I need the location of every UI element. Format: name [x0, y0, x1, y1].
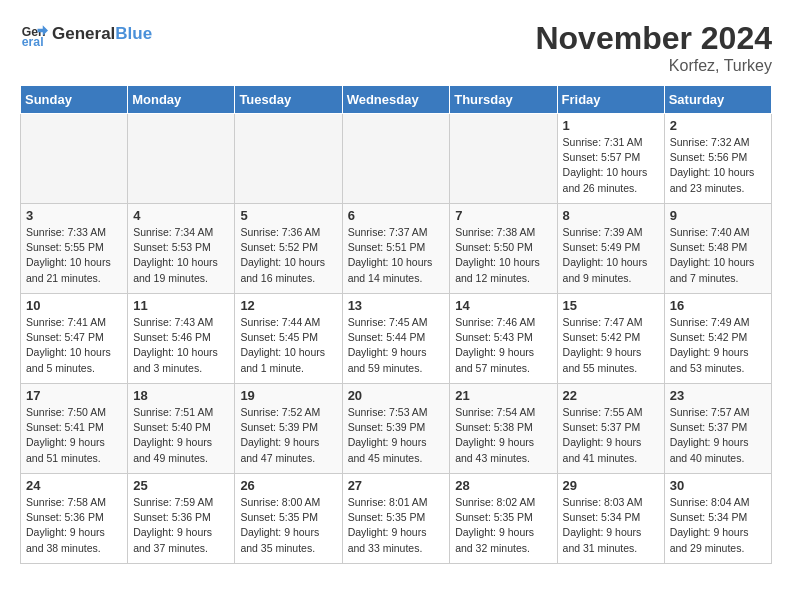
calendar-cell: 9Sunrise: 7:40 AM Sunset: 5:48 PM Daylig…	[664, 204, 771, 294]
location-title: Korfez, Turkey	[535, 57, 772, 75]
calendar-cell: 14Sunrise: 7:46 AM Sunset: 5:43 PM Dayli…	[450, 294, 557, 384]
day-number: 23	[670, 388, 766, 403]
day-info: Sunrise: 7:43 AM Sunset: 5:46 PM Dayligh…	[133, 315, 229, 376]
calendar-week-row: 1Sunrise: 7:31 AM Sunset: 5:57 PM Daylig…	[21, 114, 772, 204]
calendar-cell: 15Sunrise: 7:47 AM Sunset: 5:42 PM Dayli…	[557, 294, 664, 384]
day-info: Sunrise: 8:03 AM Sunset: 5:34 PM Dayligh…	[563, 495, 659, 556]
logo: Gen eral GeneralBlue	[20, 20, 152, 48]
day-info: Sunrise: 7:38 AM Sunset: 5:50 PM Dayligh…	[455, 225, 551, 286]
day-number: 30	[670, 478, 766, 493]
calendar-cell: 13Sunrise: 7:45 AM Sunset: 5:44 PM Dayli…	[342, 294, 450, 384]
day-number: 7	[455, 208, 551, 223]
day-number: 19	[240, 388, 336, 403]
logo-blue: Blue	[115, 24, 152, 44]
day-number: 16	[670, 298, 766, 313]
day-number: 21	[455, 388, 551, 403]
day-info: Sunrise: 7:31 AM Sunset: 5:57 PM Dayligh…	[563, 135, 659, 196]
calendar-cell	[128, 114, 235, 204]
day-number: 10	[26, 298, 122, 313]
day-number: 22	[563, 388, 659, 403]
calendar-week-row: 24Sunrise: 7:58 AM Sunset: 5:36 PM Dayli…	[21, 474, 772, 564]
day-number: 17	[26, 388, 122, 403]
title-area: November 2024 Korfez, Turkey	[535, 20, 772, 75]
calendar-cell: 8Sunrise: 7:39 AM Sunset: 5:49 PM Daylig…	[557, 204, 664, 294]
day-info: Sunrise: 8:04 AM Sunset: 5:34 PM Dayligh…	[670, 495, 766, 556]
calendar-cell: 11Sunrise: 7:43 AM Sunset: 5:46 PM Dayli…	[128, 294, 235, 384]
logo-icon: Gen eral	[20, 20, 48, 48]
day-info: Sunrise: 7:55 AM Sunset: 5:37 PM Dayligh…	[563, 405, 659, 466]
svg-text:eral: eral	[22, 35, 44, 48]
day-info: Sunrise: 7:58 AM Sunset: 5:36 PM Dayligh…	[26, 495, 122, 556]
day-number: 4	[133, 208, 229, 223]
day-info: Sunrise: 7:39 AM Sunset: 5:49 PM Dayligh…	[563, 225, 659, 286]
day-number: 24	[26, 478, 122, 493]
calendar-cell: 19Sunrise: 7:52 AM Sunset: 5:39 PM Dayli…	[235, 384, 342, 474]
calendar-cell: 16Sunrise: 7:49 AM Sunset: 5:42 PM Dayli…	[664, 294, 771, 384]
calendar-cell: 20Sunrise: 7:53 AM Sunset: 5:39 PM Dayli…	[342, 384, 450, 474]
day-info: Sunrise: 7:40 AM Sunset: 5:48 PM Dayligh…	[670, 225, 766, 286]
calendar-cell: 18Sunrise: 7:51 AM Sunset: 5:40 PM Dayli…	[128, 384, 235, 474]
logo-general: General	[52, 24, 115, 44]
calendar-cell: 10Sunrise: 7:41 AM Sunset: 5:47 PM Dayli…	[21, 294, 128, 384]
weekday-header: Saturday	[664, 86, 771, 114]
weekday-header-row: SundayMondayTuesdayWednesdayThursdayFrid…	[21, 86, 772, 114]
calendar-week-row: 10Sunrise: 7:41 AM Sunset: 5:47 PM Dayli…	[21, 294, 772, 384]
day-info: Sunrise: 8:01 AM Sunset: 5:35 PM Dayligh…	[348, 495, 445, 556]
day-info: Sunrise: 7:41 AM Sunset: 5:47 PM Dayligh…	[26, 315, 122, 376]
weekday-header: Thursday	[450, 86, 557, 114]
calendar-cell: 23Sunrise: 7:57 AM Sunset: 5:37 PM Dayli…	[664, 384, 771, 474]
day-number: 26	[240, 478, 336, 493]
calendar-cell: 5Sunrise: 7:36 AM Sunset: 5:52 PM Daylig…	[235, 204, 342, 294]
day-number: 9	[670, 208, 766, 223]
day-number: 12	[240, 298, 336, 313]
day-info: Sunrise: 7:45 AM Sunset: 5:44 PM Dayligh…	[348, 315, 445, 376]
weekday-header: Sunday	[21, 86, 128, 114]
calendar-cell: 4Sunrise: 7:34 AM Sunset: 5:53 PM Daylig…	[128, 204, 235, 294]
day-info: Sunrise: 7:57 AM Sunset: 5:37 PM Dayligh…	[670, 405, 766, 466]
calendar-cell	[342, 114, 450, 204]
day-number: 2	[670, 118, 766, 133]
weekday-header: Monday	[128, 86, 235, 114]
calendar-cell: 25Sunrise: 7:59 AM Sunset: 5:36 PM Dayli…	[128, 474, 235, 564]
day-info: Sunrise: 7:51 AM Sunset: 5:40 PM Dayligh…	[133, 405, 229, 466]
calendar-cell: 6Sunrise: 7:37 AM Sunset: 5:51 PM Daylig…	[342, 204, 450, 294]
day-number: 29	[563, 478, 659, 493]
calendar-week-row: 17Sunrise: 7:50 AM Sunset: 5:41 PM Dayli…	[21, 384, 772, 474]
weekday-header: Friday	[557, 86, 664, 114]
day-number: 20	[348, 388, 445, 403]
day-info: Sunrise: 7:36 AM Sunset: 5:52 PM Dayligh…	[240, 225, 336, 286]
day-info: Sunrise: 7:44 AM Sunset: 5:45 PM Dayligh…	[240, 315, 336, 376]
day-number: 3	[26, 208, 122, 223]
weekday-header: Wednesday	[342, 86, 450, 114]
calendar-cell: 21Sunrise: 7:54 AM Sunset: 5:38 PM Dayli…	[450, 384, 557, 474]
calendar-cell: 28Sunrise: 8:02 AM Sunset: 5:35 PM Dayli…	[450, 474, 557, 564]
calendar-cell: 7Sunrise: 7:38 AM Sunset: 5:50 PM Daylig…	[450, 204, 557, 294]
day-number: 18	[133, 388, 229, 403]
calendar-cell	[235, 114, 342, 204]
day-number: 25	[133, 478, 229, 493]
day-number: 1	[563, 118, 659, 133]
day-info: Sunrise: 7:32 AM Sunset: 5:56 PM Dayligh…	[670, 135, 766, 196]
day-info: Sunrise: 7:34 AM Sunset: 5:53 PM Dayligh…	[133, 225, 229, 286]
day-number: 13	[348, 298, 445, 313]
weekday-header: Tuesday	[235, 86, 342, 114]
day-number: 27	[348, 478, 445, 493]
day-info: Sunrise: 7:47 AM Sunset: 5:42 PM Dayligh…	[563, 315, 659, 376]
calendar-cell	[21, 114, 128, 204]
day-number: 28	[455, 478, 551, 493]
day-number: 15	[563, 298, 659, 313]
day-number: 8	[563, 208, 659, 223]
day-info: Sunrise: 7:53 AM Sunset: 5:39 PM Dayligh…	[348, 405, 445, 466]
calendar-cell: 30Sunrise: 8:04 AM Sunset: 5:34 PM Dayli…	[664, 474, 771, 564]
calendar-cell: 12Sunrise: 7:44 AM Sunset: 5:45 PM Dayli…	[235, 294, 342, 384]
day-info: Sunrise: 7:52 AM Sunset: 5:39 PM Dayligh…	[240, 405, 336, 466]
day-info: Sunrise: 7:50 AM Sunset: 5:41 PM Dayligh…	[26, 405, 122, 466]
calendar-week-row: 3Sunrise: 7:33 AM Sunset: 5:55 PM Daylig…	[21, 204, 772, 294]
calendar-cell	[450, 114, 557, 204]
calendar-cell: 24Sunrise: 7:58 AM Sunset: 5:36 PM Dayli…	[21, 474, 128, 564]
calendar-cell: 3Sunrise: 7:33 AM Sunset: 5:55 PM Daylig…	[21, 204, 128, 294]
day-number: 14	[455, 298, 551, 313]
day-number: 6	[348, 208, 445, 223]
day-info: Sunrise: 8:02 AM Sunset: 5:35 PM Dayligh…	[455, 495, 551, 556]
day-info: Sunrise: 7:37 AM Sunset: 5:51 PM Dayligh…	[348, 225, 445, 286]
